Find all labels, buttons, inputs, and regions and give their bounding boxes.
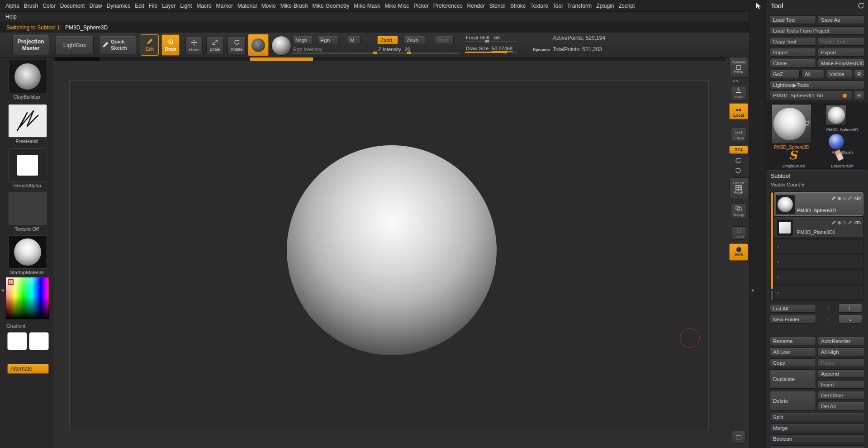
load-tools-from-project-button[interactable]: Load Tools From Project	[770, 26, 864, 35]
subtool-empty-slot[interactable]	[774, 270, 863, 284]
menu-item[interactable]: Zscript	[618, 3, 635, 9]
lsym-button[interactable]: L.Sym	[731, 128, 746, 141]
toggle-icon-filled[interactable]	[838, 221, 841, 224]
menu-item[interactable]: Preferences	[433, 3, 463, 9]
rgb-button[interactable]: Rgb	[317, 36, 339, 44]
new-folder-button[interactable]: New Folder	[770, 315, 816, 324]
export-button[interactable]: Export	[818, 48, 864, 57]
menu-item[interactable]: Picker	[413, 3, 428, 9]
lightbox-button[interactable]: LightBox	[56, 36, 94, 54]
menu-item[interactable]: Edit	[135, 3, 144, 9]
right-tray-collapse-arrow[interactable]: ▶	[752, 288, 754, 292]
menu-item[interactable]: Document	[60, 3, 85, 9]
m-button[interactable]: M	[347, 36, 360, 44]
remesh-section-button[interactable]: Remesh	[770, 445, 864, 448]
xyz-button[interactable]: XYZ	[729, 146, 748, 154]
subtool-empty-slot[interactable]	[774, 255, 863, 268]
tool-r-button[interactable]: R	[854, 91, 864, 100]
current-color-swatch[interactable]	[8, 279, 14, 285]
slider-knob[interactable]	[503, 51, 507, 53]
rename-button[interactable]: Rename	[770, 337, 816, 345]
lightbox-tools-button[interactable]: Lightbox▶Tools	[770, 81, 864, 89]
paste-button[interactable]: Paste	[818, 358, 864, 367]
menu-item[interactable]: Draw	[89, 3, 102, 9]
draw-size-slider[interactable]: Draw Size 50.27468	[465, 46, 517, 53]
gradient-swatch-2[interactable]	[29, 332, 49, 350]
menu-item[interactable]: Render	[467, 3, 484, 9]
track-orange-segment[interactable]	[250, 57, 313, 61]
subtool-section-header[interactable]: Subtool	[771, 173, 790, 179]
subtool-empty-slot[interactable]	[774, 286, 863, 299]
import-button[interactable]: Import	[770, 48, 816, 57]
del-other-button[interactable]: Del Other	[818, 391, 864, 400]
goz-visible-button[interactable]: Visible	[826, 70, 852, 78]
pen-icon[interactable]	[848, 194, 852, 202]
menu-item[interactable]: Zplugin	[596, 3, 614, 9]
menu-item[interactable]: Mike-Mask	[354, 3, 380, 9]
stroke-preview-button[interactable]	[248, 34, 269, 56]
list-all-button[interactable]: List All	[770, 304, 816, 313]
subtool-scrollbar[interactable]	[771, 192, 773, 289]
menu-item[interactable]: Tool	[553, 3, 563, 9]
scale-button[interactable]: Scale	[206, 37, 223, 54]
goz-r-button[interactable]: R	[854, 70, 864, 78]
z-intensity-slider[interactable]: Z Intensity 20	[377, 47, 460, 54]
edit-button[interactable]: Edit	[141, 34, 159, 56]
duplicate-button[interactable]: Duplicate	[770, 369, 816, 389]
gradient-swatch-1[interactable]	[7, 332, 27, 350]
move-button[interactable]: Move	[185, 37, 203, 54]
menu-item[interactable]: Movie	[261, 3, 276, 9]
current-material-thumbnail[interactable]	[8, 235, 47, 269]
menu-item[interactable]: File	[149, 3, 157, 9]
menu-item[interactable]: Color	[43, 3, 56, 9]
menu-item[interactable]: Marker	[216, 3, 233, 9]
menu-item[interactable]: Stencil	[489, 3, 506, 9]
zcut-button[interactable]: Zcut	[435, 36, 454, 44]
paint-icon[interactable]	[831, 194, 836, 202]
canvas-top-track[interactable]	[53, 57, 726, 61]
slider-knob[interactable]	[407, 52, 411, 54]
menu-item[interactable]: Dynamics	[106, 3, 130, 9]
subtool-empty-slot[interactable]	[774, 239, 863, 253]
menu-item[interactable]: Material	[237, 3, 257, 9]
strip-misc-glyphs[interactable]: ≡ ▾	[733, 79, 738, 83]
toggle-icon-filled[interactable]	[838, 197, 841, 200]
menu-item[interactable]: Transform	[567, 3, 592, 9]
current-stroke-thumbnail[interactable]	[8, 104, 47, 138]
menu-item[interactable]: Layer	[162, 3, 175, 9]
menu-item[interactable]: Stroke	[510, 3, 526, 9]
strip-bottom-tool-button[interactable]	[732, 431, 745, 443]
goz-button[interactable]: GoZ	[770, 70, 800, 78]
draw-button[interactable]: Draw	[161, 34, 180, 56]
active-tool-slider[interactable]: PM3D_Sphere3D. 50	[770, 91, 852, 100]
del-all-button[interactable]: Del All	[818, 402, 864, 410]
all-high-button[interactable]: All High	[818, 348, 864, 356]
line-fill-button[interactable]: Line Fill PolyF	[729, 177, 748, 199]
transp-button[interactable]: Transp	[731, 204, 746, 219]
sculpt-sphere-model[interactable]	[287, 145, 497, 355]
all-low-button[interactable]: All Low	[770, 348, 816, 356]
menu-item[interactable]: Light	[180, 3, 192, 9]
slider-knob[interactable]	[373, 52, 377, 54]
subtool-up-button[interactable]: →	[821, 305, 834, 312]
autoreorder-button[interactable]: AutoReorder	[818, 337, 864, 345]
mrgb-button[interactable]: Mrgb	[292, 36, 313, 44]
folder-up-button[interactable]: →	[821, 315, 834, 323]
eye-icon[interactable]	[854, 194, 861, 202]
material-preview-button[interactable]	[271, 36, 291, 56]
copy-button[interactable]: Copy	[770, 358, 816, 367]
goz-all-button[interactable]: All	[802, 70, 824, 78]
insert-button[interactable]: Insert	[818, 380, 864, 389]
rotate-button[interactable]: Rotate	[228, 37, 246, 54]
recent-tool-thumbnail[interactable]	[826, 105, 847, 126]
current-brush-thumbnail[interactable]	[8, 60, 47, 93]
left-tray-collapse-arrow[interactable]: ◀	[1, 288, 4, 292]
slider-knob[interactable]	[485, 40, 489, 43]
save-as-button[interactable]: Save As	[818, 15, 864, 24]
menu-item[interactable]: Mike-Brush	[280, 3, 308, 9]
projection-master-button[interactable]: Projection Master	[12, 35, 49, 55]
zadd-button[interactable]: Zadd	[377, 36, 398, 44]
paste-tool-button[interactable]: Paste Tool	[818, 37, 864, 46]
dynamic-persp-button[interactable]: Dynamic Persp	[729, 57, 748, 78]
simplebrush-thumbnail[interactable]: S	[786, 148, 800, 163]
